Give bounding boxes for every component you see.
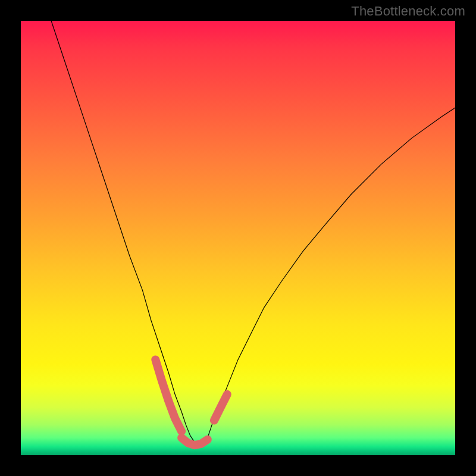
highlight-left-descent <box>155 359 181 431</box>
bottleneck-curve-line <box>51 21 455 446</box>
chart-frame: TheBottleneck.com <box>0 0 476 476</box>
watermark-label: TheBottleneck.com <box>351 4 465 19</box>
plot-area <box>21 21 455 455</box>
highlight-right-dots <box>214 394 227 421</box>
highlight-valley-floor <box>181 438 208 445</box>
chart-svg <box>21 21 455 455</box>
